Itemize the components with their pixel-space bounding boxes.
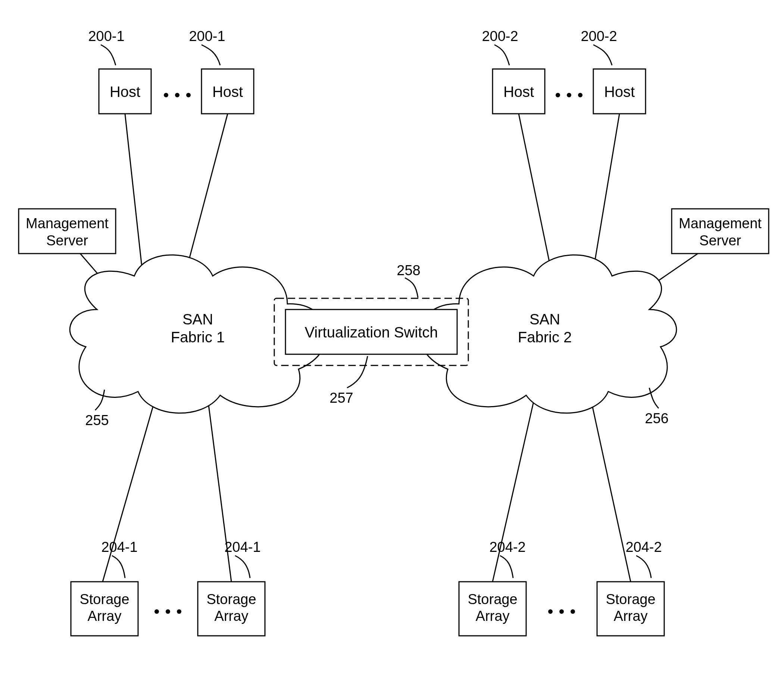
host-1b-label: Host xyxy=(212,84,243,100)
host-1a-ref: 200-1 xyxy=(88,28,124,44)
svg-line-3 xyxy=(591,114,619,282)
svg-line-9 xyxy=(590,393,631,582)
fabric1-ref: 255 xyxy=(85,412,109,428)
svg-point-16 xyxy=(186,93,191,97)
storage-1b-ref: 204-1 xyxy=(224,539,260,555)
host-2a-label: Host xyxy=(503,84,534,100)
fabric2-line2: Fabric 2 xyxy=(518,329,572,345)
svg-point-20 xyxy=(567,93,571,97)
svg-point-26 xyxy=(155,609,159,614)
svg-point-15 xyxy=(175,93,180,97)
storage-2a-ref: 204-2 xyxy=(489,539,525,555)
svg-line-1 xyxy=(185,114,227,276)
storage-1b-line2: Array xyxy=(214,608,249,624)
svg-point-32 xyxy=(559,609,564,614)
mgmt-right-line2: Server xyxy=(699,233,741,248)
fabric1-line2: Fabric 1 xyxy=(171,329,225,345)
storage-2b-ref: 204-2 xyxy=(626,539,662,555)
svg-point-14 xyxy=(164,93,168,97)
fabric2-ref: 256 xyxy=(645,411,668,426)
svg-point-33 xyxy=(571,609,575,614)
storage-1b-line1: Storage xyxy=(206,591,256,607)
mgmt-left-line2: Server xyxy=(46,233,88,248)
svg-point-21 xyxy=(578,93,583,97)
svg-line-0 xyxy=(125,114,144,283)
host-1b-ref: 200-1 xyxy=(189,28,225,44)
svg-point-27 xyxy=(166,609,170,614)
storage-2a-line1: Storage xyxy=(468,591,517,607)
storage-1a-line1: Storage xyxy=(79,591,129,607)
storage-1a-line2: Array xyxy=(88,608,122,624)
storage-2b-line2: Array xyxy=(614,608,648,624)
host-1a-label: Host xyxy=(110,84,140,100)
svg-line-2 xyxy=(519,114,552,276)
mgmt-right-line1: Management xyxy=(679,215,762,231)
host-2b-ref: 200-2 xyxy=(581,28,617,44)
fabric1-line1: SAN xyxy=(183,311,213,327)
svg-point-19 xyxy=(556,93,560,97)
virtualization-switch-label: Virtualization Switch xyxy=(305,324,438,340)
switch-inner-ref: 257 xyxy=(329,390,353,406)
svg-point-31 xyxy=(548,609,553,614)
storage-2a-line2: Array xyxy=(476,608,510,624)
host-2b-label: Host xyxy=(604,84,635,100)
host-2a-ref: 200-2 xyxy=(482,28,518,44)
storage-2b-line1: Storage xyxy=(606,591,655,607)
mgmt-left-line1: Management xyxy=(26,215,109,231)
switch-outer-ref: 258 xyxy=(397,263,420,278)
fabric2-line1: SAN xyxy=(530,311,560,327)
storage-1a-ref: 204-1 xyxy=(101,539,137,555)
svg-point-28 xyxy=(177,609,181,614)
